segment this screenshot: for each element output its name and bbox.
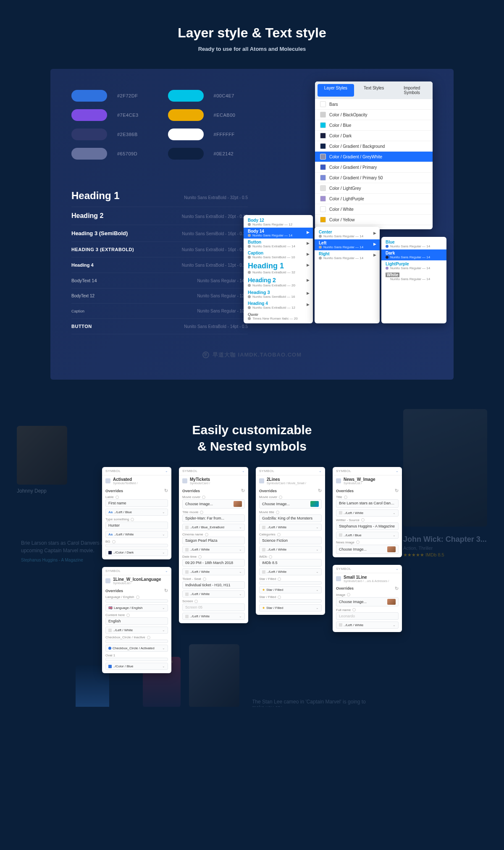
visibility-icon[interactable] xyxy=(136,596,139,599)
menu-item[interactable]: Button Nunito Sans ExtraBold — 14▶ xyxy=(244,239,313,249)
override-input[interactable]: Individual ticket - H10, H11 xyxy=(182,581,245,589)
menu-item[interactable]: LightPurple Nunito Sans Regular — 14 xyxy=(381,260,446,271)
visibility-icon[interactable] xyxy=(352,608,356,611)
menu-item[interactable]: Heading 3 Nunito Sans SemiBold — 16▶ xyxy=(244,289,313,300)
override-input[interactable]: ★Star / Filled⌄ xyxy=(259,586,322,593)
override-input[interactable]: ../Left / White⌄ xyxy=(336,509,399,517)
override-input[interactable]: First name xyxy=(105,499,168,507)
menu-item[interactable]: Left Nunito Sans Regular — 14▶ xyxy=(315,239,380,250)
override-input[interactable]: Screen 05 xyxy=(182,603,245,611)
visibility-icon[interactable] xyxy=(198,555,202,559)
override-input[interactable]: ../Left / White⌄ xyxy=(182,613,245,620)
override-input[interactable]: Aa../Left / White⌄ xyxy=(105,531,168,538)
symbol-title[interactable]: 2LinesSymbols/Card / Movie_Small / xyxy=(256,475,325,486)
symbol-title[interactable]: 1Line_W_IconLanguageSymbols/List / xyxy=(102,575,171,586)
override-input[interactable]: ../Left / White⌄ xyxy=(259,524,322,531)
override-input[interactable] xyxy=(259,599,322,603)
chevron-down-icon[interactable]: ⌄ xyxy=(165,569,168,573)
visibility-icon[interactable] xyxy=(205,533,208,536)
chevron-down-icon[interactable]: ⌄ xyxy=(242,469,245,473)
layer-style-item[interactable]: Color / Dark xyxy=(315,131,433,141)
override-input[interactable] xyxy=(105,640,168,643)
refresh-icon[interactable]: ↻ xyxy=(395,586,399,591)
visibility-icon[interactable] xyxy=(202,496,205,499)
override-input[interactable]: Godzilla: King of the Monsters xyxy=(259,514,322,522)
layer-style-item[interactable]: Color / Gradient / GreyWhite xyxy=(315,152,433,162)
override-input[interactable]: 🇬🇧Language / English⌄ xyxy=(105,604,168,611)
tab-text-styles[interactable]: Text Styles xyxy=(356,84,392,97)
menu-item[interactable]: Body 12 Nunito Sans Regular — 12 xyxy=(244,217,313,228)
menu-item[interactable]: White Nunito Sans Regular — 14 xyxy=(381,271,446,282)
visibility-icon[interactable] xyxy=(126,614,130,617)
override-input[interactable]: Checkbox_Circle / Activated⌄ xyxy=(105,645,168,652)
visibility-icon[interactable] xyxy=(277,533,281,536)
menu-item[interactable]: Blue Nunito Sans Regular — 14 xyxy=(381,239,446,249)
override-input[interactable] xyxy=(105,599,168,603)
override-input[interactable]: ../Left / Blue_ExtraBold⌄ xyxy=(182,524,245,531)
tab-layer-styles[interactable]: Layer Styles xyxy=(318,84,354,97)
override-input[interactable]: Leonardo xyxy=(336,612,399,620)
visibility-icon[interactable] xyxy=(347,593,350,596)
override-input[interactable]: ../Left / White⌄ xyxy=(259,568,322,575)
override-input[interactable]: English xyxy=(105,617,168,625)
symbol-title[interactable]: MyTicketsSymbols/Card / xyxy=(179,475,248,486)
override-input[interactable]: ★Star / Filled⌄ xyxy=(259,604,322,611)
symbol-title[interactable]: ActivatedSymbols/Textfield / xyxy=(102,475,171,486)
override-input[interactable]: Brie Larson stars as Carol Danvers in th… xyxy=(336,499,399,508)
visibility-icon[interactable] xyxy=(344,496,347,499)
tab-imported-symbols[interactable]: Imported Symbols xyxy=(394,84,430,97)
menu-item[interactable]: Heading 4 Nunito Sans ExtraBold — 12▶ xyxy=(244,300,313,311)
refresh-icon[interactable]: ↻ xyxy=(164,588,168,593)
layer-style-item[interactable]: Color / LightPurple xyxy=(315,194,433,204)
visibility-icon[interactable] xyxy=(279,496,282,499)
menu-item[interactable]: Quote Times New Roman Italic — 20 xyxy=(244,311,313,322)
override-input[interactable]: Choose Image... xyxy=(259,499,322,509)
override-input[interactable] xyxy=(259,581,322,585)
override-input[interactable]: Spider-Man: Far from... xyxy=(182,514,245,522)
symbol-title[interactable]: Small 1LineSymbols/Card / ...ors & Actre… xyxy=(333,573,402,584)
refresh-icon[interactable]: ↻ xyxy=(395,488,399,493)
override-input[interactable]: ../Left / White⌄ xyxy=(336,622,399,629)
menu-item[interactable]: Caption Nunito Sans SemiBold — 10▶ xyxy=(244,249,313,260)
visibility-icon[interactable] xyxy=(203,577,206,581)
override-input[interactable]: ../Color / Dark⌄ xyxy=(105,549,168,556)
override-input[interactable]: ../Left / White⌄ xyxy=(105,627,168,634)
visibility-icon[interactable] xyxy=(361,518,365,522)
override-input[interactable]: Stephanus Huggins - A Magazine xyxy=(336,522,399,530)
override-input[interactable]: ../Left / White⌄ xyxy=(259,546,322,553)
override-input[interactable]: ../Left / White⌄ xyxy=(182,546,245,553)
menu-item[interactable]: Dark Nunito Sans Regular — 14 xyxy=(381,249,446,260)
override-input[interactable]: 09:20 PM - 18th March 2018 xyxy=(182,559,245,567)
visibility-icon[interactable] xyxy=(356,540,360,544)
layer-style-item[interactable]: Color / LightGrey xyxy=(315,183,433,194)
layer-style-item[interactable]: Color / White xyxy=(315,204,433,215)
override-input[interactable]: Science Fiction xyxy=(259,537,322,544)
layer-style-item[interactable]: Color / BlackOpacity xyxy=(315,110,433,120)
override-input[interactable]: Choose Image... xyxy=(336,597,399,606)
refresh-icon[interactable]: ↻ xyxy=(318,488,322,493)
visibility-icon[interactable] xyxy=(276,511,279,514)
override-input[interactable] xyxy=(105,544,168,547)
chevron-down-icon[interactable]: ⌄ xyxy=(319,469,322,473)
menu-item[interactable]: Center Nunito Sans Regular — 14▶ xyxy=(315,228,380,239)
override-input[interactable] xyxy=(105,658,168,661)
override-input[interactable]: Choose Image... xyxy=(336,545,399,554)
layer-style-item[interactable]: Color / Gradient / Background xyxy=(315,141,433,152)
visibility-icon[interactable] xyxy=(269,555,272,559)
override-input[interactable]: Saigon Pearl Plaza xyxy=(182,537,245,544)
layer-style-item[interactable]: Color / Gradient / Primary xyxy=(315,162,433,173)
refresh-icon[interactable]: ↻ xyxy=(241,488,245,493)
layer-style-item[interactable]: Color / Gradient / Primary 50 xyxy=(315,173,433,183)
menu-item[interactable]: Right Nunito Sans Regular — 14▶ xyxy=(315,250,380,261)
override-input[interactable]: ../Color / Blue⌄ xyxy=(105,663,168,670)
visibility-icon[interactable] xyxy=(278,596,281,599)
override-input[interactable]: IMDb 8.5 xyxy=(259,559,322,567)
visibility-icon[interactable] xyxy=(278,577,281,581)
refresh-icon[interactable]: ↻ xyxy=(164,488,168,493)
layer-style-item[interactable]: Color / Blue xyxy=(315,120,433,131)
chevron-down-icon[interactable]: ⌄ xyxy=(396,469,399,473)
visibility-icon[interactable] xyxy=(116,496,119,499)
menu-item[interactable]: Heading 2 Nunito Sans ExtraBold — 20▶ xyxy=(244,275,313,289)
visibility-icon[interactable] xyxy=(194,600,198,603)
chevron-down-icon[interactable]: ⌄ xyxy=(396,567,399,571)
